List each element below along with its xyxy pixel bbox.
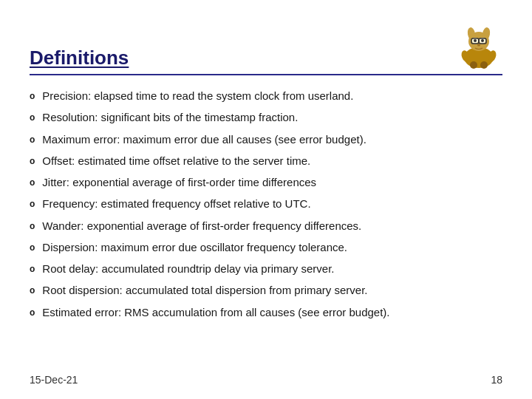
list-item: oWander: exponential average of first-or… xyxy=(30,219,502,233)
bullet-icon: o xyxy=(30,90,35,102)
page: Definitions xyxy=(0,0,532,399)
svg-point-6 xyxy=(474,39,477,42)
bullet-icon: o xyxy=(30,242,35,253)
svg-point-15 xyxy=(480,61,488,69)
definition-text: Offset: estimated time offset relative t… xyxy=(42,154,310,168)
list-item: oEstimated error: RMS accumulation from … xyxy=(30,305,502,320)
definitions-list: oPrecision: elapsed time to read the sys… xyxy=(30,89,502,320)
definition-text: Dispersion: maximum error due oscillator… xyxy=(42,240,347,255)
bullet-icon: o xyxy=(30,307,35,318)
bullet-icon: o xyxy=(30,155,35,167)
bullet-icon: o xyxy=(30,263,35,275)
definition-text: Resolution: significant bits of the time… xyxy=(42,110,298,125)
definition-text: Estimated error: RMS accumulation from a… xyxy=(42,305,389,320)
list-item: oRoot dispersion: accumulated total disp… xyxy=(30,283,502,298)
page-title: Definitions xyxy=(30,47,129,69)
footer-date: 15-Dec-21 xyxy=(30,374,78,386)
bullet-icon: o xyxy=(30,220,35,232)
svg-point-14 xyxy=(470,61,477,69)
definition-text: Wander: exponential average of first-ord… xyxy=(42,219,361,233)
bullet-icon: o xyxy=(30,134,35,146)
list-item: oMaximum error: maximum error due all ca… xyxy=(30,132,502,147)
definition-text: Root delay: accumulated roundtrip delay … xyxy=(42,262,334,276)
list-item: oRoot delay: accumulated roundtrip delay… xyxy=(30,262,502,276)
list-item: oOffset: estimated time offset relative … xyxy=(30,154,502,168)
list-item: oJitter: exponential average of first-or… xyxy=(30,175,502,190)
list-item: oFrequency: estimated frequency offset r… xyxy=(30,197,502,211)
definition-text: Maximum error: maximum error due all cau… xyxy=(42,132,366,147)
bullet-icon: o xyxy=(30,284,35,296)
mascot-image xyxy=(455,22,502,69)
definition-text: Frequency: estimated frequency offset re… xyxy=(42,197,310,211)
bullet-icon: o xyxy=(30,177,35,188)
svg-point-11 xyxy=(477,44,480,47)
definition-text: Precision: elapsed time to read the syst… xyxy=(42,89,353,103)
list-item: oPrecision: elapsed time to read the sys… xyxy=(30,89,502,103)
svg-point-7 xyxy=(481,39,484,42)
list-item: oDispersion: maximum error due oscillato… xyxy=(30,240,502,255)
header: Definitions xyxy=(30,22,502,75)
list-item: oResolution: significant bits of the tim… xyxy=(30,110,502,125)
definition-text: Jitter: exponential average of first-ord… xyxy=(42,175,316,190)
bullet-icon: o xyxy=(30,112,35,123)
footer-page-number: 18 xyxy=(491,374,502,386)
bullet-icon: o xyxy=(30,198,35,210)
footer: 15-Dec-21 18 xyxy=(30,374,502,386)
definition-text: Root dispersion: accumulated total dispe… xyxy=(42,283,367,298)
